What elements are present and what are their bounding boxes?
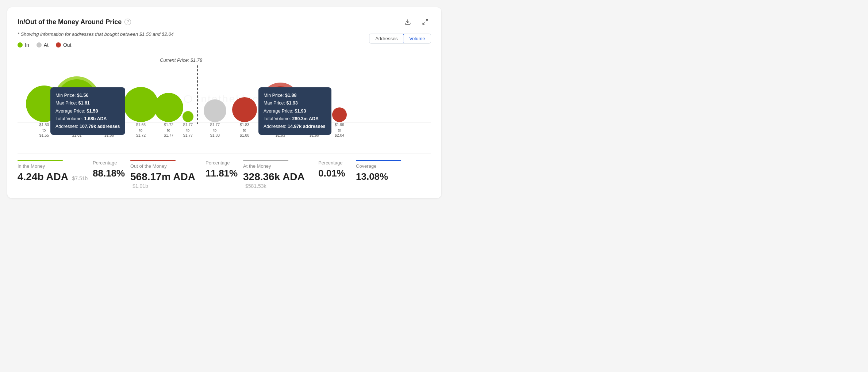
header-row: In/Out of the Money Around Price ? [18,16,431,28]
stat-at-the-money: At the Money 328.36k ADA $581.53k [243,160,318,189]
bubble-6: $1.77to$1.77 [183,111,193,122]
page-title: In/Out of the Money Around Price [18,18,122,26]
stat-sub-out: $1.01b [132,183,148,189]
legend-label-out: Out [63,42,72,48]
stat-sub-in: $7.51b [72,175,88,181]
bubble-7: $1.77to$1.83 [204,99,226,122]
stat-sub-at: $581.53k [245,183,266,189]
stat-pct-at: Percentage 0.01% [318,160,356,179]
download-icon[interactable] [402,16,414,28]
bubble-8: $1.83to$1.88 [232,97,257,122]
svg-line-2 [423,23,425,24]
stat-bar-gray [243,160,288,161]
bubble-9: $1.88to$1.93 [261,83,300,122]
stat-pct-in: Percentage 88.18% [93,160,130,179]
stat-pct-out: Percentage 11.81% [206,160,243,179]
expand-icon[interactable] [419,16,431,28]
stat-bar-blue [356,160,401,161]
stat-label-out: Out of the Money [130,163,206,169]
view-toggle: Addresses Volume [369,34,431,43]
svg-line-1 [426,19,428,21]
stat-value-pct-in: 88.18% [93,168,130,179]
legend-dot-red [56,42,61,48]
legend-label-at: At [44,42,49,48]
stat-value-out: 568.17m ADA [130,171,195,182]
stats-row: In the Money 4.24b ADA $7.51b Percentage… [18,153,431,189]
legend-dot-green [18,42,23,48]
legend-label-in: In [25,42,29,48]
legend-in: In [18,42,29,48]
stat-value-coverage: 13.08% [356,171,431,182]
stat-value-in: 4.24b ADA [18,171,68,182]
help-icon[interactable]: ? [124,19,131,25]
stat-in-the-money: In the Money 4.24b ADA $7.51b [18,160,93,183]
bubble-2: $1.55to$1.61 [54,76,100,122]
chart-area: ⬡ intotheblock Current Price: $1.78 $1.5… [18,54,431,142]
legend: In At Out [18,42,431,48]
toggle-volume[interactable]: Volume [403,34,431,43]
stat-out-the-money: Out of the Money 568.17m ADA $1.01b [130,160,206,189]
current-price-line [197,65,198,124]
stat-label-in: In the Money [18,163,93,169]
stat-coverage: Coverage 13.08% [356,160,431,182]
stat-label-coverage: Coverage [356,163,431,169]
bubble-11: $1.99to$2.04 [332,107,347,122]
bubble-5: $1.72to$1.77 [154,93,183,122]
legend-out: Out [56,42,72,48]
stat-value-pct-out: 11.81% [206,168,243,179]
stat-bar-red [130,160,176,161]
bubble-3: $1.61to$1.66 [94,92,124,122]
legend-at: At [37,42,49,48]
stat-value-pct-at: 0.01% [318,168,356,179]
title-group: In/Out of the Money Around Price ? [18,18,131,26]
bubble-4: $1.66to$1.72 [123,87,158,122]
stat-value-at: 328.36k ADA [243,171,305,182]
stat-label-at: At the Money [243,163,318,169]
current-price-label: Current Price: $1.78 [160,57,202,63]
stat-bar-green [18,160,63,161]
legend-dot-gray [37,42,42,48]
header-actions [402,16,431,28]
bubble-10: $1.93to$1.99 [300,94,329,122]
toggle-addresses[interactable]: Addresses [369,34,403,43]
